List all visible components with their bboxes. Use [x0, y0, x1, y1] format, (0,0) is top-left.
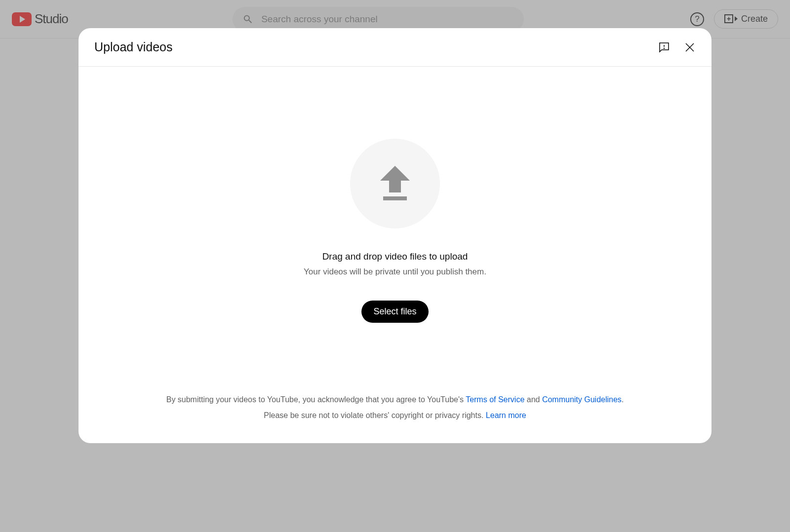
close-button[interactable]	[684, 41, 696, 53]
dialog-title: Upload videos	[94, 40, 172, 54]
upload-arrow-icon	[380, 166, 410, 201]
dialog-header: Upload videos	[79, 28, 711, 67]
dialog-footer: By submitting your videos to YouTube, yo…	[147, 392, 644, 423]
select-files-button[interactable]: Select files	[361, 301, 428, 323]
upload-dropzone[interactable]	[350, 139, 440, 228]
terms-of-service-link[interactable]: Terms of Service	[466, 395, 524, 404]
modal-overlay: Upload videos	[0, 0, 790, 532]
close-icon	[684, 41, 696, 53]
upload-dialog: Upload videos	[79, 28, 711, 443]
footer-prefix: By submitting your videos to YouTube, yo…	[166, 395, 466, 404]
svg-marker-4	[380, 166, 410, 192]
svg-rect-5	[383, 196, 407, 200]
dialog-body: Drag and drop video files to upload Your…	[79, 67, 711, 423]
footer-period: .	[622, 395, 624, 404]
learn-more-link[interactable]: Learn more	[486, 411, 526, 419]
drag-drop-text: Drag and drop video files to upload	[322, 251, 468, 262]
svg-point-1	[664, 48, 665, 48]
privacy-hint-text: Your videos will be private until you pu…	[304, 267, 486, 277]
dialog-header-actions	[658, 41, 696, 53]
footer-and: and	[524, 395, 542, 404]
footer-line2-prefix: Please be sure not to violate others' co…	[264, 411, 486, 419]
feedback-icon[interactable]	[658, 41, 670, 53]
community-guidelines-link[interactable]: Community Guidelines	[542, 395, 622, 404]
